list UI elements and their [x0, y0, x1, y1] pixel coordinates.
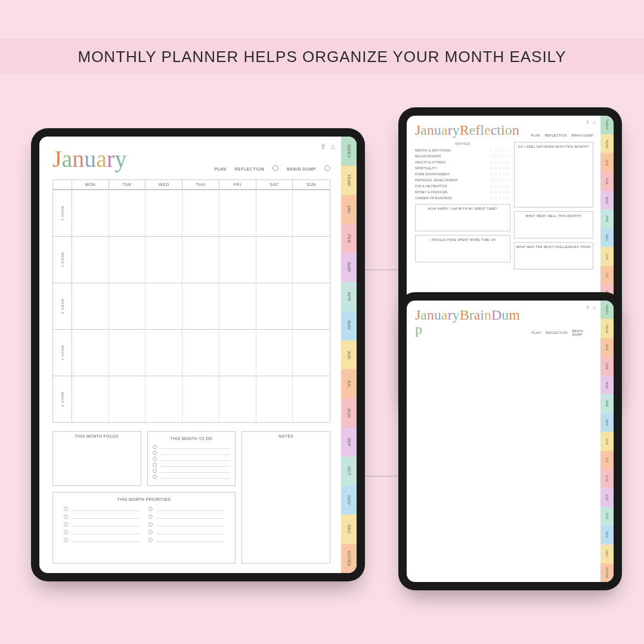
- checklist-line[interactable]: [153, 445, 231, 449]
- calendar-cell[interactable]: [182, 236, 219, 283]
- box-satisfied[interactable]: DO I FEEL SATISFIED WITH THIS MONTH?: [514, 142, 593, 208]
- star-icon[interactable]: ☆☆☆☆☆: [490, 166, 510, 171]
- checklist-line[interactable]: [148, 515, 225, 519]
- calendar-cell[interactable]: [293, 376, 330, 422]
- calendar-cell[interactable]: [293, 236, 330, 283]
- star-icon[interactable]: ☆☆☆☆☆: [490, 160, 510, 165]
- panel-focus[interactable]: THIS MONTH FOCUS: [52, 431, 141, 486]
- star-icon[interactable]: ☆☆☆☆☆: [490, 148, 510, 153]
- sidetab-oct[interactable]: OCT: [341, 457, 357, 486]
- checkbox-icon[interactable]: [64, 538, 68, 542]
- checklist-line[interactable]: [153, 463, 231, 467]
- write-line[interactable]: [72, 530, 140, 534]
- rating-row[interactable]: RELATIONSHIPS☆☆☆☆☆: [415, 154, 510, 159]
- sidetab-apr[interactable]: APR: [600, 209, 614, 228]
- rating-row[interactable]: FUN & RECREATION☆☆☆☆☆: [415, 184, 510, 188]
- write-line[interactable]: [156, 515, 225, 519]
- sidetab-index[interactable]: INDEX: [600, 301, 614, 319]
- calendar-cell[interactable]: [145, 376, 182, 422]
- checklist-line[interactable]: [64, 530, 140, 534]
- sidetab-jun[interactable]: JUN: [600, 247, 614, 265]
- sidetab-year[interactable]: YEAR: [600, 319, 614, 338]
- calendar-cell[interactable]: [109, 376, 146, 422]
- share-icon[interactable]: ⇪: [320, 143, 326, 151]
- sidetab-feb[interactable]: FEB: [341, 224, 357, 253]
- calendar-cell[interactable]: [256, 376, 293, 422]
- nav-plan[interactable]: PLAN: [214, 167, 226, 171]
- sidetab-notes[interactable]: NOTES: [600, 564, 614, 582]
- calendar-cell[interactable]: [256, 236, 293, 283]
- write-line[interactable]: [72, 522, 140, 527]
- sidetab-oct[interactable]: OCT: [600, 507, 614, 525]
- rating-row[interactable]: MENTAL & EMOTIONAL☆☆☆☆☆: [415, 148, 510, 153]
- nav-braindump[interactable]: BRAIN DUMP: [572, 134, 593, 137]
- sidetab-apr[interactable]: APR: [341, 282, 357, 311]
- home-icon[interactable]: ⌂: [593, 305, 596, 310]
- calendar-cell[interactable]: [182, 329, 219, 376]
- nav-reflection[interactable]: REFLECTION: [235, 167, 264, 171]
- panel-notes[interactable]: NOTES: [242, 431, 330, 564]
- calendar-cell[interactable]: [293, 190, 330, 236]
- sidetab-jun[interactable]: JUN: [600, 432, 614, 450]
- write-line[interactable]: [160, 451, 231, 455]
- write-line[interactable]: [160, 469, 231, 473]
- checkbox-icon[interactable]: [64, 522, 68, 527]
- nav-plan[interactable]: PLAN: [532, 331, 541, 335]
- checklist-line[interactable]: [64, 515, 140, 519]
- checkbox-icon[interactable]: [148, 515, 153, 519]
- nav-reflection[interactable]: REFLECTION: [546, 331, 568, 335]
- sidetab-apr[interactable]: APR: [600, 394, 614, 413]
- checklist-line[interactable]: [153, 457, 231, 461]
- calendar-cell[interactable]: [72, 236, 109, 283]
- sidetab-aug[interactable]: AUG: [341, 398, 357, 428]
- sidetab-year[interactable]: YEAR: [600, 134, 614, 153]
- checkbox-icon[interactable]: [153, 469, 157, 473]
- share-icon[interactable]: ⇪: [586, 305, 590, 310]
- calendar-cell[interactable]: [109, 283, 146, 329]
- box-challenge[interactable]: WHAT WAS THE MOST CHALLENGING THING: [514, 242, 593, 270]
- sidetab-mar[interactable]: MAR: [341, 253, 357, 282]
- sidetab-mar[interactable]: MAR: [600, 191, 614, 209]
- calendar-cell[interactable]: [219, 376, 256, 422]
- checkbox-icon[interactable]: [153, 451, 157, 455]
- calendar-cell[interactable]: [145, 283, 182, 329]
- calendar-cell[interactable]: [256, 283, 293, 329]
- rating-row[interactable]: MONEY & FINANCES☆☆☆☆☆: [415, 190, 510, 194]
- box-happy[interactable]: HOW HAPPY I AM WITH MY SPENT TIME?: [415, 204, 510, 231]
- sidetab-aug[interactable]: AUG: [600, 469, 614, 488]
- calendar-cell[interactable]: [219, 236, 256, 283]
- sidetab-year[interactable]: YEAR: [341, 166, 357, 195]
- sidetab-sep[interactable]: SEP: [600, 488, 614, 507]
- star-icon[interactable]: ☆☆☆☆☆: [490, 172, 510, 177]
- sidetab-nov[interactable]: NOV: [600, 526, 614, 544]
- checklist-line[interactable]: [64, 507, 140, 511]
- write-line[interactable]: [160, 463, 231, 467]
- calendar-cell[interactable]: [219, 190, 256, 236]
- star-icon[interactable]: ☆☆☆☆☆: [490, 196, 510, 200]
- rating-row[interactable]: SPIRITUALITY☆☆☆☆☆: [415, 166, 510, 171]
- write-line[interactable]: [156, 538, 225, 542]
- sidetab-mar[interactable]: MAR: [600, 376, 614, 394]
- write-line[interactable]: [156, 507, 225, 511]
- sidetab-jan[interactable]: JAN: [600, 153, 614, 172]
- write-line[interactable]: [160, 457, 231, 461]
- nav-braindump[interactable]: BRAIN DUMP: [287, 167, 316, 171]
- calendar-cell[interactable]: [256, 190, 293, 236]
- checkbox-icon[interactable]: [153, 475, 157, 479]
- star-icon[interactable]: ☆☆☆☆☆: [490, 190, 510, 194]
- calendar-cell[interactable]: [256, 329, 293, 376]
- rating-row[interactable]: PERSONAL DEVELOPMENT☆☆☆☆☆: [415, 178, 510, 182]
- calendar-cell[interactable]: [219, 283, 256, 329]
- checkbox-icon[interactable]: [148, 538, 153, 542]
- sidetab-jan[interactable]: JAN: [341, 195, 357, 224]
- write-line[interactable]: [160, 475, 231, 479]
- checklist-line[interactable]: [148, 530, 225, 534]
- checklist-line[interactable]: [64, 522, 140, 527]
- sidetab-nov[interactable]: NOV: [341, 486, 357, 515]
- nav-plan[interactable]: PLAN: [531, 134, 540, 137]
- sidetab-dec[interactable]: DEC: [600, 544, 614, 563]
- calendar-cell[interactable]: [293, 283, 330, 329]
- calendar-cell[interactable]: [182, 376, 219, 422]
- checklist-line[interactable]: [64, 538, 140, 542]
- sidetab-dec[interactable]: DEC: [341, 515, 357, 544]
